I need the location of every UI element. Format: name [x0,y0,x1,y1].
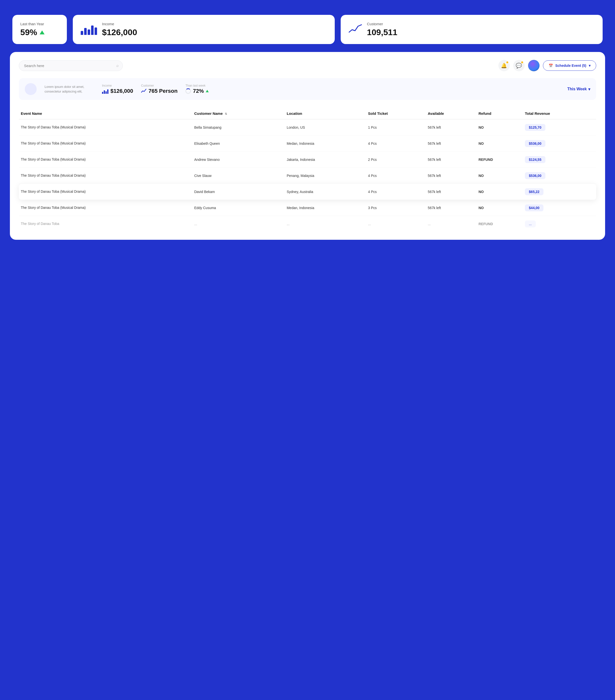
calendar-icon: 📅 [549,64,553,67]
table-row: The Story of Danau Toba ... ... ... ... … [19,216,596,232]
col-event-name: Event Name [19,108,192,119]
stat-card-income: Income $126,000 [73,15,335,44]
cell-customer-name: Bella Simatupang [192,119,285,136]
cell-sold-ticket: 3 Pcs [366,200,426,216]
cell-revenue: $536,00 [523,136,596,152]
message-button[interactable]: 💬 [513,60,525,71]
cell-customer-name: Andrew Stevano [192,152,285,168]
stat-card-1-value: 59% [20,27,45,37]
search-icon: ⌕ [116,63,119,68]
cell-revenue: $124,55 [523,152,596,168]
cell-refund: NO [477,200,523,216]
cell-available: 567k left [426,200,477,216]
avatar-button[interactable] [528,60,540,71]
col-location: Location [285,108,366,119]
stat-card-2-label: Income [102,22,137,26]
this-week-button[interactable]: This Week ▾ [567,87,590,91]
stat-card-customer: Customer 109,511 [341,15,603,44]
col-available: Available [426,108,477,119]
cell-location: Medan, Indonesia [285,136,366,152]
top-bar: ⌕ 🔔 💬 📅 Schedule Event (5) ▾ [19,60,596,71]
bar-chart-icon [81,24,97,35]
cell-sold-ticket: ... [366,216,426,232]
up-small-icon [206,90,209,92]
cell-customer-name: David Bekam [192,184,285,200]
main-panel: ⌕ 🔔 💬 📅 Schedule Event (5) ▾ [10,52,605,240]
cell-event-name: The Story of Danau Toba (Musical Drama) [19,168,192,184]
cell-sold-ticket: 2 Pcs [366,152,426,168]
summary-circle-decoration [25,83,37,95]
cell-event-name: The Story of Danau Toba [19,216,192,232]
cell-refund: NO [477,184,523,200]
col-refund: Refund [477,108,523,119]
stat-card-percent: Last than Year 59% [12,15,67,44]
cell-refund: NO [477,136,523,152]
cell-available: 567k left [426,152,477,168]
stat-cards-row: Last than Year 59% Income $126,000 [10,15,605,44]
mini-trend-icon [141,88,147,94]
cell-available: 567k left [426,184,477,200]
cell-location: Jakarta, Indonesia [285,152,366,168]
cell-available: ... [426,216,477,232]
col-customer-name[interactable]: Customer Name ⇅ [192,108,285,119]
table-row: The Story of Danau Toba (Musical Drama) … [19,119,596,136]
cell-revenue: $536,00 [523,168,596,184]
cell-refund: REFUND [477,216,523,232]
cell-customer-name: Elisabeth Queen [192,136,285,152]
cell-sold-ticket: 4 Pcs [366,184,426,200]
cell-revenue: $125,70 [523,119,596,136]
cell-available: 567k left [426,168,477,184]
cell-location: Sydney, Australia [285,184,366,200]
summary-lastweek-stat: Than last week 72% [185,84,209,94]
stat-card-3-value: 109,511 [367,27,397,37]
cell-sold-ticket: 4 Pcs [366,168,426,184]
cell-refund: NO [477,168,523,184]
avatar [528,60,540,71]
summary-description: Lorem ipsum dolor sit amet, consectetur … [45,84,94,94]
notification-button[interactable]: 🔔 [499,60,510,71]
cell-event-name: The Story of Danau Toba (Musical Drama) [19,136,192,152]
summary-income-stat: Income $126,000 [102,84,133,94]
cell-customer-name: Eddy Cusuma [192,200,285,216]
search-box: ⌕ [19,60,123,71]
schedule-event-button[interactable]: 📅 Schedule Event (5) ▾ [543,60,596,71]
cell-location: London, US [285,119,366,136]
table-row: The Story of Danau Toba (Musical Drama) … [19,136,596,152]
cell-sold-ticket: 1 Pcs [366,119,426,136]
cell-sold-ticket: 4 Pcs [366,136,426,152]
cell-event-name: The Story of Danau Toba (Musical Drama) [19,200,192,216]
cell-refund: REFUND [477,152,523,168]
search-input[interactable] [19,60,123,71]
cell-event-name: The Story of Danau Toba (Musical Drama) [19,119,192,136]
sort-icon: ⇅ [225,112,227,115]
summary-row: Lorem ipsum dolor sit amet, consectetur … [19,78,596,100]
cell-customer-name: ... [192,216,285,232]
chevron-down-icon: ▾ [588,87,590,91]
cell-event-name: The Story of Danau Toba (Musical Drama) [19,184,192,200]
cell-refund: NO [477,119,523,136]
table-row: The Story of Danau Toba (Musical Drama) … [19,168,596,184]
cell-available: 567k left [426,119,477,136]
cell-location: ... [285,216,366,232]
table-row: The Story of Danau Toba (Musical Drama) … [19,184,596,200]
cell-revenue: $44,00 [523,200,596,216]
cell-event-name: The Story of Danau Toba (Musical Drama) [19,152,192,168]
data-table: Event Name Customer Name ⇅ Location Sold… [19,108,596,232]
col-sold-ticket: Sold Ticket [366,108,426,119]
top-bar-actions: 🔔 💬 📅 Schedule Event (5) ▾ [499,60,596,71]
cell-location: Penang, Malaysia [285,168,366,184]
table-row: The Story of Danau Toba (Musical Drama) … [19,200,596,216]
col-total-revenue: Total Revenue [523,108,596,119]
stat-card-2-value: $126,000 [102,27,137,37]
cell-revenue: ... [523,216,596,232]
trend-line-icon [348,23,362,36]
chevron-down-icon: ▾ [589,64,590,67]
table-row: The Story of Danau Toba (Musical Drama) … [19,152,596,168]
notification-badge [506,61,509,64]
summary-customer-stat: Customer 765 Person [141,84,177,94]
stat-card-1-label: Last than Year [20,22,45,26]
schedule-label: Schedule Event (5) [555,64,586,67]
cell-revenue: $65,22 [523,184,596,200]
message-badge [521,61,524,64]
cell-customer-name: Cive Slauw [192,168,285,184]
